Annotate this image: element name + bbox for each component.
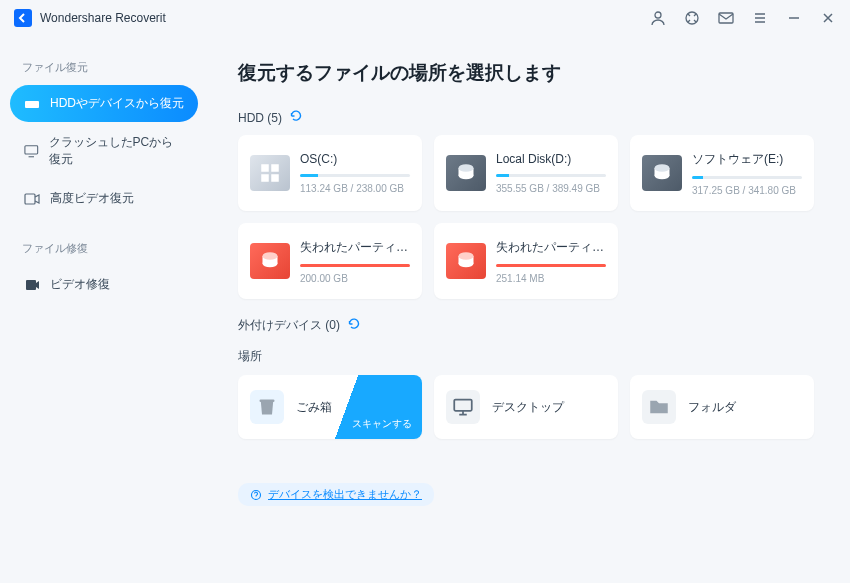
location-title: フォルダ (688, 399, 736, 416)
sidebar-item-label: 高度ビデオ復元 (50, 190, 134, 207)
svg-point-0 (655, 12, 661, 18)
wrench-icon (24, 277, 40, 293)
title-bar: Wondershare Recoverit (0, 0, 850, 36)
drive-icon (446, 243, 486, 279)
app-title: Wondershare Recoverit (40, 11, 166, 25)
svg-rect-2 (719, 13, 733, 23)
location-card[interactable]: フォルダ (630, 375, 814, 439)
svg-point-1 (686, 12, 698, 24)
account-icon[interactable] (650, 10, 666, 26)
drive-card[interactable]: 失われたパーティション 2251.14 MB (434, 223, 618, 299)
sidebar-item-hdd[interactable]: HDDやデバイスから復元 (10, 85, 198, 122)
external-header: 外付けデバイス (0) (238, 317, 820, 334)
sidebar-item-crashed-pc[interactable]: クラッシュしたPCから復元 (10, 124, 198, 178)
drive-icon (642, 155, 682, 191)
drive-capacity: 355.55 GB / 389.49 GB (496, 183, 606, 194)
svg-point-16 (655, 164, 670, 172)
sidebar-item-label: クラッシュしたPCから復元 (49, 134, 184, 168)
drive-card[interactable]: OS(C:)113.24 GB / 238.00 GB (238, 135, 422, 211)
location-title: デスクトップ (492, 399, 564, 416)
sidebar-section-repair: ファイル修復 (22, 241, 198, 256)
drive-card[interactable]: Local Disk(D:)355.55 GB / 389.49 GB (434, 135, 618, 211)
drive-card[interactable]: ソフトウェア(E:)317.25 GB / 341.80 GB (630, 135, 814, 211)
drive-title: Local Disk(D:) (496, 152, 606, 166)
monitor-icon (24, 143, 39, 159)
svg-rect-4 (25, 146, 38, 154)
svg-rect-23 (260, 400, 275, 403)
svg-rect-7 (261, 164, 269, 172)
drive-title: 失われたパーティション 1 (300, 239, 410, 256)
drive-icon (446, 155, 486, 191)
svg-rect-3 (25, 101, 39, 108)
svg-point-22 (459, 252, 474, 260)
svg-rect-9 (261, 174, 269, 182)
location-icon (446, 390, 480, 424)
svg-rect-8 (271, 164, 279, 172)
sidebar-item-label: HDDやデバイスから復元 (50, 95, 184, 112)
location-title: ごみ箱 (296, 399, 332, 416)
video-icon (24, 191, 40, 207)
refresh-icon[interactable] (290, 110, 302, 125)
close-button[interactable] (820, 10, 836, 26)
sidebar: ファイル復元 HDDやデバイスから復元 クラッシュしたPCから復元 高度ビデオ復… (0, 36, 208, 583)
svg-rect-5 (25, 194, 35, 204)
minimize-button[interactable] (786, 10, 802, 26)
hdd-header: HDD (5) (238, 110, 820, 125)
help-link[interactable]: デバイスを検出できませんか？ (238, 483, 434, 506)
main-panel: 復元するファイルの場所を選択します HDD (5) OS(C:)113.24 G… (208, 36, 850, 583)
hdd-cards: OS(C:)113.24 GB / 238.00 GBLocal Disk(D:… (238, 135, 820, 299)
drive-capacity: 317.25 GB / 341.80 GB (692, 185, 802, 196)
scan-label: スキャンする (352, 417, 412, 431)
sidebar-section-recover: ファイル復元 (22, 60, 198, 75)
location-cards: ごみ箱スキャンするデスクトップフォルダ (238, 375, 820, 439)
location-card[interactable]: デスクトップ (434, 375, 618, 439)
mail-icon[interactable] (718, 10, 734, 26)
app-logo (14, 9, 32, 27)
location-icon (250, 390, 284, 424)
sidebar-item-video-repair[interactable]: ビデオ修復 (10, 266, 198, 303)
drive-title: ソフトウェア(E:) (692, 151, 802, 168)
refresh-icon[interactable] (348, 318, 360, 333)
sidebar-item-advanced-video[interactable]: 高度ビデオ復元 (10, 180, 198, 217)
support-icon[interactable] (684, 10, 700, 26)
location-card[interactable]: ごみ箱スキャンする (238, 375, 422, 439)
drive-capacity: 200.00 GB (300, 273, 410, 284)
drive-icon (250, 155, 290, 191)
menu-icon[interactable] (752, 10, 768, 26)
locations-header: 場所 (238, 348, 820, 365)
drive-title: OS(C:) (300, 152, 410, 166)
drive-capacity: 113.24 GB / 238.00 GB (300, 183, 410, 194)
page-title: 復元するファイルの場所を選択します (238, 60, 820, 86)
sidebar-item-label: ビデオ修復 (50, 276, 110, 293)
drive-card[interactable]: 失われたパーティション 1200.00 GB (238, 223, 422, 299)
drive-title: 失われたパーティション 2 (496, 239, 606, 256)
svg-rect-24 (454, 400, 472, 411)
svg-point-13 (459, 164, 474, 172)
drive-icon (250, 243, 290, 279)
drive-capacity: 251.14 MB (496, 273, 606, 284)
location-icon (642, 390, 676, 424)
svg-rect-10 (271, 174, 279, 182)
svg-point-19 (263, 252, 278, 260)
hdd-icon (24, 96, 40, 112)
svg-rect-6 (26, 280, 36, 290)
